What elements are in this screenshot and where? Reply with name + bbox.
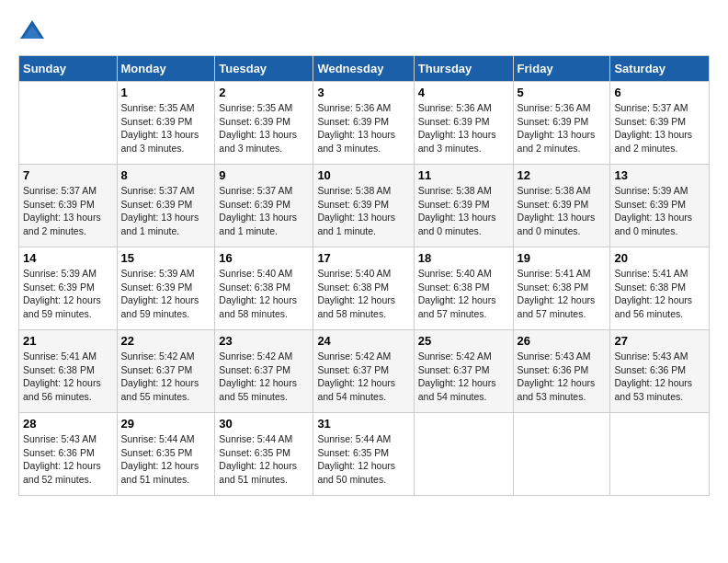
day-info: Sunrise: 5:42 AMSunset: 6:37 PMDaylight:… [219, 350, 309, 404]
day-cell: 9Sunrise: 5:37 AMSunset: 6:39 PMDaylight… [215, 165, 313, 247]
day-number: 21 [23, 334, 113, 348]
col-header-sunday: Sunday [19, 56, 118, 82]
col-header-monday: Monday [117, 56, 215, 82]
col-header-tuesday: Tuesday [215, 56, 313, 82]
day-info: Sunrise: 5:37 AMSunset: 6:39 PMDaylight:… [219, 184, 309, 238]
col-header-thursday: Thursday [414, 56, 513, 82]
day-number: 13 [614, 168, 705, 182]
day-cell [19, 82, 118, 165]
day-number: 4 [418, 86, 509, 99]
day-cell: 15Sunrise: 5:39 AMSunset: 6:39 PMDayligh… [117, 247, 215, 330]
week-row-1: 1Sunrise: 5:35 AMSunset: 6:39 PMDaylight… [19, 82, 710, 165]
day-info: Sunrise: 5:36 AMSunset: 6:39 PMDaylight:… [518, 101, 607, 155]
day-info: Sunrise: 5:43 AMSunset: 6:36 PMDaylight:… [614, 350, 705, 404]
day-info: Sunrise: 5:44 AMSunset: 6:35 PMDaylight:… [219, 432, 309, 487]
day-info: Sunrise: 5:38 AMSunset: 6:39 PMDaylight:… [418, 184, 509, 238]
day-info: Sunrise: 5:38 AMSunset: 6:39 PMDaylight:… [518, 184, 607, 238]
day-cell: 4Sunrise: 5:36 AMSunset: 6:39 PMDaylight… [414, 82, 513, 165]
day-number: 24 [317, 334, 409, 348]
day-cell: 24Sunrise: 5:42 AMSunset: 6:37 PMDayligh… [313, 330, 414, 413]
week-row-4: 21Sunrise: 5:41 AMSunset: 6:38 PMDayligh… [19, 330, 710, 413]
day-number: 23 [219, 334, 309, 348]
day-number: 7 [23, 168, 113, 182]
day-cell: 17Sunrise: 5:40 AMSunset: 6:38 PMDayligh… [313, 247, 414, 330]
col-header-saturday: Saturday [610, 56, 710, 82]
day-cell: 14Sunrise: 5:39 AMSunset: 6:39 PMDayligh… [19, 247, 118, 330]
day-info: Sunrise: 5:39 AMSunset: 6:39 PMDaylight:… [121, 267, 211, 321]
day-info: Sunrise: 5:37 AMSunset: 6:39 PMDaylight:… [121, 184, 211, 238]
day-cell: 2Sunrise: 5:35 AMSunset: 6:39 PMDaylight… [215, 82, 313, 165]
day-info: Sunrise: 5:39 AMSunset: 6:39 PMDaylight:… [23, 267, 113, 321]
day-cell: 12Sunrise: 5:38 AMSunset: 6:39 PMDayligh… [513, 165, 610, 247]
page-header [18, 18, 710, 46]
day-cell: 6Sunrise: 5:37 AMSunset: 6:39 PMDaylight… [610, 82, 710, 165]
day-number: 9 [219, 168, 309, 182]
day-cell: 23Sunrise: 5:42 AMSunset: 6:37 PMDayligh… [215, 330, 313, 413]
col-header-friday: Friday [513, 56, 610, 82]
day-cell: 5Sunrise: 5:36 AMSunset: 6:39 PMDaylight… [513, 82, 610, 165]
day-number: 12 [518, 168, 607, 182]
day-info: Sunrise: 5:35 AMSunset: 6:39 PMDaylight:… [121, 101, 211, 155]
day-number: 1 [121, 86, 211, 99]
header-row: SundayMondayTuesdayWednesdayThursdayFrid… [19, 56, 710, 82]
day-cell: 16Sunrise: 5:40 AMSunset: 6:38 PMDayligh… [215, 247, 313, 330]
day-cell: 21Sunrise: 5:41 AMSunset: 6:38 PMDayligh… [19, 330, 118, 413]
day-number: 16 [219, 251, 309, 265]
day-number: 10 [317, 168, 409, 182]
day-number: 14 [23, 251, 113, 265]
day-cell: 31Sunrise: 5:44 AMSunset: 6:35 PMDayligh… [313, 413, 414, 496]
day-info: Sunrise: 5:42 AMSunset: 6:37 PMDaylight:… [317, 350, 409, 404]
logo-icon [18, 18, 46, 46]
day-cell: 3Sunrise: 5:36 AMSunset: 6:39 PMDaylight… [313, 82, 414, 165]
day-info: Sunrise: 5:42 AMSunset: 6:37 PMDaylight:… [418, 350, 509, 404]
day-number: 2 [219, 86, 309, 99]
day-cell: 29Sunrise: 5:44 AMSunset: 6:35 PMDayligh… [117, 413, 215, 496]
week-row-5: 28Sunrise: 5:43 AMSunset: 6:36 PMDayligh… [19, 413, 710, 496]
day-info: Sunrise: 5:36 AMSunset: 6:39 PMDaylight:… [317, 101, 409, 155]
week-row-3: 14Sunrise: 5:39 AMSunset: 6:39 PMDayligh… [19, 247, 710, 330]
day-cell: 13Sunrise: 5:39 AMSunset: 6:39 PMDayligh… [610, 165, 710, 247]
day-cell: 18Sunrise: 5:40 AMSunset: 6:38 PMDayligh… [414, 247, 513, 330]
day-info: Sunrise: 5:41 AMSunset: 6:38 PMDaylight:… [23, 350, 113, 404]
day-number: 30 [219, 417, 309, 431]
day-number: 26 [518, 334, 607, 348]
day-info: Sunrise: 5:41 AMSunset: 6:38 PMDaylight:… [614, 267, 705, 321]
day-info: Sunrise: 5:38 AMSunset: 6:39 PMDaylight:… [317, 184, 409, 238]
day-cell [414, 413, 513, 496]
day-cell: 26Sunrise: 5:43 AMSunset: 6:36 PMDayligh… [513, 330, 610, 413]
day-cell: 1Sunrise: 5:35 AMSunset: 6:39 PMDaylight… [117, 82, 215, 165]
day-cell: 10Sunrise: 5:38 AMSunset: 6:39 PMDayligh… [313, 165, 414, 247]
day-number: 8 [121, 168, 211, 182]
calendar-table: SundayMondayTuesdayWednesdayThursdayFrid… [18, 55, 710, 496]
day-info: Sunrise: 5:36 AMSunset: 6:39 PMDaylight:… [418, 101, 509, 155]
day-cell: 27Sunrise: 5:43 AMSunset: 6:36 PMDayligh… [610, 330, 710, 413]
day-info: Sunrise: 5:44 AMSunset: 6:35 PMDaylight:… [121, 432, 211, 487]
day-number: 27 [614, 334, 705, 348]
day-number: 22 [121, 334, 211, 348]
day-info: Sunrise: 5:41 AMSunset: 6:38 PMDaylight:… [518, 267, 607, 321]
day-number: 25 [418, 334, 509, 348]
day-number: 15 [121, 251, 211, 265]
day-cell: 30Sunrise: 5:44 AMSunset: 6:35 PMDayligh… [215, 413, 313, 496]
day-info: Sunrise: 5:40 AMSunset: 6:38 PMDaylight:… [418, 267, 509, 321]
day-number: 18 [418, 251, 509, 265]
day-cell: 7Sunrise: 5:37 AMSunset: 6:39 PMDaylight… [19, 165, 118, 247]
day-number: 17 [317, 251, 409, 265]
day-number: 6 [614, 86, 705, 99]
day-cell: 8Sunrise: 5:37 AMSunset: 6:39 PMDaylight… [117, 165, 215, 247]
day-cell: 25Sunrise: 5:42 AMSunset: 6:37 PMDayligh… [414, 330, 513, 413]
day-info: Sunrise: 5:43 AMSunset: 6:36 PMDaylight:… [23, 432, 113, 487]
day-number: 28 [23, 417, 113, 431]
day-number: 11 [418, 168, 509, 182]
day-info: Sunrise: 5:44 AMSunset: 6:35 PMDaylight:… [317, 432, 409, 487]
day-info: Sunrise: 5:39 AMSunset: 6:39 PMDaylight:… [614, 184, 705, 238]
logo [18, 18, 50, 46]
day-number: 19 [518, 251, 607, 265]
day-cell: 11Sunrise: 5:38 AMSunset: 6:39 PMDayligh… [414, 165, 513, 247]
day-info: Sunrise: 5:40 AMSunset: 6:38 PMDaylight:… [219, 267, 309, 321]
day-cell [513, 413, 610, 496]
day-info: Sunrise: 5:37 AMSunset: 6:39 PMDaylight:… [614, 101, 705, 155]
day-cell: 28Sunrise: 5:43 AMSunset: 6:36 PMDayligh… [19, 413, 118, 496]
day-cell [610, 413, 710, 496]
day-number: 5 [518, 86, 607, 99]
